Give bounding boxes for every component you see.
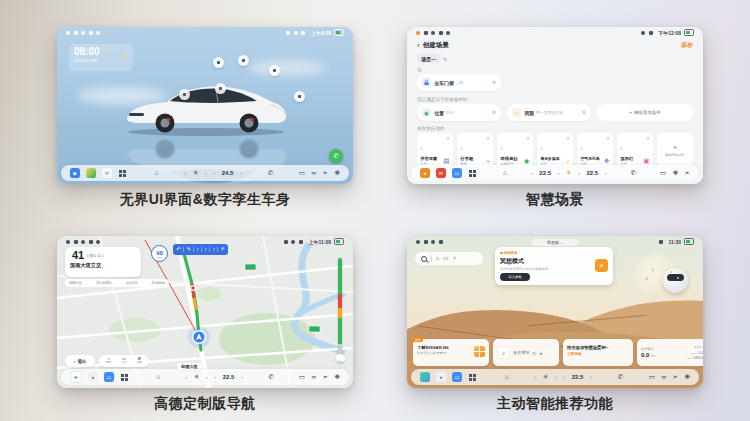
gear-icon[interactable]: ⚙ [446, 136, 450, 141]
user-icon[interactable] [66, 31, 70, 35]
seat-heat-icon[interactable]: ✳ [543, 374, 548, 381]
temp-up-chevron[interactable]: › [590, 374, 592, 380]
seat-heat-icon[interactable]: ✳ [193, 170, 198, 177]
music-player-card[interactable]: ♪ 未在播放 ▷ » [493, 339, 559, 366]
temp-down-chevron[interactable]: ‹ [214, 374, 216, 380]
temp-right-down-chevron[interactable]: ‹ [578, 170, 580, 176]
screen-icon[interactable]: ▭ [299, 170, 305, 177]
fan-icon[interactable]: ❋ [335, 374, 340, 381]
gear-icon[interactable]: ⚙ [486, 136, 490, 141]
enter-experience-button[interactable]: 进入体验 [500, 273, 530, 281]
temp-left-up-chevron[interactable]: › [558, 170, 560, 176]
app-icon-amap[interactable]: ➤ [70, 371, 82, 383]
temp-up-chevron[interactable]: › [241, 374, 243, 380]
app-drawer-icon[interactable] [119, 170, 122, 173]
seat-right-chevron[interactable]: › [555, 374, 557, 380]
app-icon-profile[interactable]: ● [420, 168, 430, 178]
voice-call-button[interactable]: ✆ [329, 149, 343, 163]
fan-icon[interactable]: ❋ [685, 374, 690, 381]
home-icon[interactable]: ⌂ [436, 256, 439, 262]
app-drawer-icon[interactable] [469, 170, 472, 173]
mileage-card[interactable]: 里程数据 0.0 km 本次行程 % — -- L/100km — -- kWh… [637, 339, 703, 366]
mute-button[interactable]: ♪静音 [106, 357, 111, 365]
temp-down-chevron[interactable]: ‹ [563, 374, 565, 380]
temp-left-down-chevron[interactable]: ‹ [531, 170, 533, 176]
settings-button[interactable]: ⚙设置 [137, 357, 142, 365]
app-icon-assistant[interactable]: ◆ [70, 168, 80, 178]
seat-left-chevron[interactable]: ‹ [184, 170, 186, 176]
add-condition-button[interactable]: + 继续添加条件 [597, 104, 693, 121]
recommendation-card[interactable]: 智能推荐 ··· 冥想模式 车内环境安静可以试试冥想模式哦 进入体验 ☀ [495, 247, 613, 285]
more-icon[interactable]: ··· [604, 252, 609, 254]
app-icon-map[interactable] [86, 168, 96, 178]
seat-right-chevron[interactable]: › [205, 170, 207, 176]
scene-name-tag[interactable]: 场景一 [417, 54, 440, 63]
home-icon[interactable]: ⌂ [503, 170, 507, 177]
app-icon-media[interactable]: ▭ [452, 372, 462, 382]
seat-right-chevron[interactable]: › [206, 374, 208, 380]
gear-icon[interactable]: ⚙ [606, 136, 610, 141]
app-icon-messages[interactable]: ✉ [102, 168, 112, 178]
screen-icon[interactable]: ▭ [660, 170, 666, 177]
seat-left-chevron[interactable]: ‹ [534, 374, 536, 380]
app-icon-assistant[interactable] [420, 372, 430, 382]
widget-icon[interactable]: ▭ [443, 256, 448, 262]
fan-icon[interactable]: ❋ [335, 170, 340, 177]
share-icon[interactable]: ➣ [323, 374, 328, 381]
try-now-link[interactable]: 立即体验 [567, 352, 629, 356]
fan-icon[interactable]: ❋ [673, 170, 678, 177]
app-icon-profile[interactable]: ● [436, 372, 446, 382]
app-drawer-icon[interactable] [469, 374, 472, 377]
home-icon[interactable]: ⌂ [156, 374, 160, 381]
phone-icon[interactable]: ✆ [268, 170, 273, 177]
overview-button[interactable]: ▭全览 [121, 357, 126, 365]
charge-port-hotspot[interactable] [269, 65, 280, 76]
seat-left-chevron[interactable]: ‹ [185, 374, 187, 380]
action-card[interactable]: 6 ⚙ 氛围灯 全开 ▣ [617, 133, 653, 167]
app-drawer-icon[interactable] [121, 374, 124, 377]
phone-icon[interactable]: ✆ [618, 374, 623, 381]
gear-icon[interactable]: ⚙ [646, 136, 650, 141]
app-icon-mail[interactable]: ✉ [436, 168, 446, 178]
gear-icon[interactable]: ⚙ [492, 110, 496, 115]
play-button[interactable]: ▷ [533, 350, 537, 356]
app-icon-profile[interactable]: ● [88, 372, 98, 382]
home-icon[interactable]: ⌂ [155, 170, 159, 177]
action-card[interactable]: 2 ⚙ 行李箱 解锁 ⤷ [457, 133, 493, 167]
gear-icon[interactable]: ⚙ [492, 80, 496, 85]
carplay-link-icon[interactable]: ∞ [311, 170, 316, 177]
search-pill[interactable]: ⌂ ▭ ⚡ [415, 252, 483, 265]
clock-widget[interactable]: 08:00 10月26日 周四 ☀ [69, 44, 133, 71]
gear-icon[interactable]: ⚙ [566, 136, 570, 141]
robot-assistant[interactable] [663, 268, 688, 293]
app-icon-media[interactable]: ▭ [104, 372, 114, 382]
screen-icon[interactable]: ▭ [299, 374, 305, 381]
car-3d-model[interactable] [121, 75, 291, 141]
carplay-link-icon[interactable]: ∞ [311, 374, 316, 381]
action-card[interactable]: 1 ⚙ 所有车窗 全开 ▤ [417, 133, 453, 167]
add-action-button[interactable]: + 继续添加动作 [657, 133, 693, 167]
condition-card[interactable]: ◔ 周期 周一至周五生效 ⚙ [507, 104, 591, 121]
door-lock-hotspot[interactable] [213, 57, 224, 68]
gear-icon[interactable]: ⚙ [582, 110, 586, 115]
front-hood-hotspot[interactable] [179, 89, 190, 100]
scene-suggestion-card[interactable]: 快去添加智慧场景吧~ 立即体验 [563, 339, 633, 366]
gear-icon[interactable]: ⚙ [526, 136, 530, 141]
app-icon-files[interactable]: ▭ [452, 168, 462, 178]
edit-icon[interactable]: ✎ [443, 56, 447, 62]
action-card[interactable]: 3 ⚙ 路线规划 智能推荐 ◉ [497, 133, 533, 167]
temp-down-chevron[interactable]: ‹ [213, 170, 215, 176]
phone-icon[interactable]: ✆ [631, 170, 636, 177]
temp-right-up-chevron[interactable]: › [605, 170, 607, 176]
fan-icon[interactable]: ✳ [566, 170, 571, 177]
phone-icon[interactable]: ✆ [268, 374, 273, 381]
exit-navigation-button[interactable]: ‹ 退出 [65, 355, 95, 367]
voice-icon[interactable]: ⚡ [453, 256, 457, 262]
onboarding-card[interactable]: 新手 了解NISSAN N6 快来车主功能看看吧~ [413, 339, 489, 366]
home-icon[interactable]: ⌂ [505, 374, 509, 381]
window-hotspot[interactable] [238, 55, 249, 66]
trigger-card[interactable]: 全车门锁 上锁 ⚙ [417, 74, 501, 91]
screen-icon[interactable]: ▭ [649, 374, 655, 381]
trunk-hotspot[interactable] [294, 91, 305, 102]
seat-heat-icon[interactable]: ✳ [194, 374, 199, 381]
